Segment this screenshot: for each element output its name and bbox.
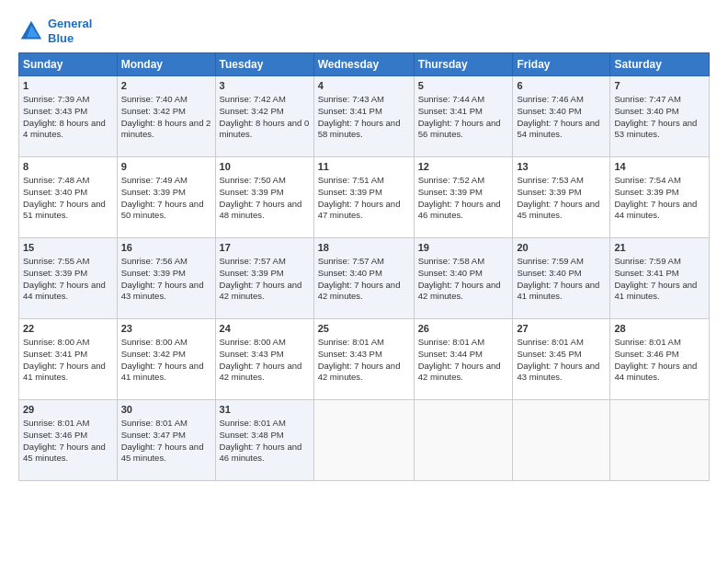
sunset-text: Sunset: 3:39 PM [220,268,284,278]
day-number: 18 [318,241,410,255]
sunset-text: Sunset: 3:39 PM [23,268,87,278]
calendar-header-wednesday: Wednesday [313,53,414,76]
calendar-cell: 3Sunrise: 7:42 AMSunset: 3:42 PMDaylight… [215,76,313,157]
sunset-text: Sunset: 3:39 PM [517,187,581,197]
sunrise-text: Sunrise: 7:49 AM [121,175,188,185]
day-number: 26 [418,322,509,336]
calendar-cell: 23Sunrise: 8:00 AMSunset: 3:42 PMDayligh… [117,319,215,400]
sunset-text: Sunset: 3:42 PM [121,349,186,359]
day-number: 30 [121,403,211,417]
day-number: 24 [220,322,310,336]
logo: General Blue [18,17,92,45]
sunset-text: Sunset: 3:40 PM [614,106,678,116]
sunset-text: Sunset: 3:46 PM [23,430,87,440]
daylight-text: Daylight: 7 hours and 41 minutes. [614,280,697,302]
day-number: 16 [121,241,211,255]
sunrise-text: Sunrise: 7:53 AM [517,175,583,185]
sunset-text: Sunset: 3:40 PM [517,106,581,116]
calendar-cell [414,400,513,481]
day-number: 3 [220,79,310,93]
calendar-cell: 28Sunrise: 8:01 AMSunset: 3:46 PMDayligh… [610,319,710,400]
day-number: 19 [418,241,509,255]
sunset-text: Sunset: 3:40 PM [418,268,483,278]
daylight-text: Daylight: 7 hours and 42 minutes. [318,280,401,302]
calendar-table: SundayMondayTuesdayWednesdayThursdayFrid… [18,52,710,481]
sunrise-text: Sunrise: 7:57 AM [220,256,286,266]
sunrise-text: Sunrise: 8:01 AM [517,337,583,347]
calendar-header-saturday: Saturday [610,53,710,76]
day-number: 5 [418,79,509,93]
calendar-cell: 19Sunrise: 7:58 AMSunset: 3:40 PMDayligh… [414,238,513,319]
sunrise-text: Sunrise: 7:48 AM [23,175,89,185]
calendar-cell: 15Sunrise: 7:55 AMSunset: 3:39 PMDayligh… [19,238,118,319]
day-number: 31 [220,403,310,417]
sunrise-text: Sunrise: 7:55 AM [23,256,89,266]
daylight-text: Daylight: 8 hours and 2 minutes. [121,118,211,140]
sunset-text: Sunset: 3:42 PM [220,106,284,116]
sunrise-text: Sunrise: 7:54 AM [614,175,680,185]
sunrise-text: Sunrise: 7:47 AM [614,94,680,104]
calendar-cell: 5Sunrise: 7:44 AMSunset: 3:41 PMDaylight… [414,76,513,157]
page: General Blue SundayMondayTuesdayWednesda… [0,0,728,563]
logo-icon [18,18,44,44]
sunrise-text: Sunrise: 8:00 AM [220,337,286,347]
calendar-cell: 26Sunrise: 8:01 AMSunset: 3:44 PMDayligh… [414,319,513,400]
sunset-text: Sunset: 3:40 PM [517,268,581,278]
calendar-week-1: 1Sunrise: 7:39 AMSunset: 3:43 PMDaylight… [19,76,710,157]
day-number: 9 [121,160,211,174]
sunset-text: Sunset: 3:45 PM [517,349,581,359]
calendar-cell: 12Sunrise: 7:52 AMSunset: 3:39 PMDayligh… [414,157,513,238]
calendar-cell: 20Sunrise: 7:59 AMSunset: 3:40 PMDayligh… [513,238,610,319]
day-number: 1 [23,79,113,93]
sunrise-text: Sunrise: 8:00 AM [121,337,188,347]
day-number: 22 [23,322,113,336]
day-number: 20 [517,241,606,255]
daylight-text: Daylight: 7 hours and 42 minutes. [220,280,302,302]
calendar-week-3: 15Sunrise: 7:55 AMSunset: 3:39 PMDayligh… [19,238,710,319]
sunrise-text: Sunrise: 7:58 AM [418,256,484,266]
daylight-text: Daylight: 7 hours and 42 minutes. [220,361,302,383]
daylight-text: Daylight: 7 hours and 45 minutes. [121,442,204,464]
day-number: 29 [23,403,113,417]
day-number: 6 [517,79,606,93]
daylight-text: Daylight: 7 hours and 44 minutes. [23,280,106,302]
daylight-text: Daylight: 7 hours and 42 minutes. [418,280,501,302]
sunset-text: Sunset: 3:41 PM [23,349,87,359]
daylight-text: Daylight: 7 hours and 54 minutes. [517,118,599,140]
sunset-text: Sunset: 3:47 PM [121,430,186,440]
daylight-text: Daylight: 7 hours and 50 minutes. [121,199,204,221]
daylight-text: Daylight: 7 hours and 43 minutes. [121,280,204,302]
daylight-text: Daylight: 7 hours and 43 minutes. [517,361,599,383]
daylight-text: Daylight: 7 hours and 41 minutes. [121,361,204,383]
sunset-text: Sunset: 3:40 PM [318,268,382,278]
sunset-text: Sunset: 3:41 PM [614,268,678,278]
logo-text: General Blue [48,17,92,45]
sunset-text: Sunset: 3:40 PM [23,187,87,197]
sunset-text: Sunset: 3:41 PM [418,106,483,116]
sunrise-text: Sunrise: 7:42 AM [220,94,286,104]
sunset-text: Sunset: 3:42 PM [121,106,186,116]
sunrise-text: Sunrise: 7:39 AM [23,94,89,104]
day-number: 7 [614,79,705,93]
calendar-cell: 29Sunrise: 8:01 AMSunset: 3:46 PMDayligh… [19,400,118,481]
sunrise-text: Sunrise: 8:00 AM [23,337,89,347]
sunrise-text: Sunrise: 7:44 AM [418,94,484,104]
day-number: 8 [23,160,113,174]
sunset-text: Sunset: 3:48 PM [220,430,284,440]
header: General Blue [18,17,710,45]
calendar-header-thursday: Thursday [414,53,513,76]
day-number: 11 [318,160,410,174]
sunrise-text: Sunrise: 7:52 AM [418,175,484,185]
day-number: 10 [220,160,310,174]
daylight-text: Daylight: 7 hours and 45 minutes. [23,442,106,464]
calendar-header-friday: Friday [513,53,610,76]
sunset-text: Sunset: 3:39 PM [220,187,284,197]
calendar-cell: 7Sunrise: 7:47 AMSunset: 3:40 PMDaylight… [610,76,710,157]
daylight-text: Daylight: 7 hours and 56 minutes. [418,118,501,140]
daylight-text: Daylight: 7 hours and 51 minutes. [23,199,106,221]
day-number: 2 [121,79,211,93]
calendar-cell: 4Sunrise: 7:43 AMSunset: 3:41 PMDaylight… [313,76,414,157]
calendar-cell [313,400,414,481]
calendar-cell [513,400,610,481]
calendar-cell: 14Sunrise: 7:54 AMSunset: 3:39 PMDayligh… [610,157,710,238]
